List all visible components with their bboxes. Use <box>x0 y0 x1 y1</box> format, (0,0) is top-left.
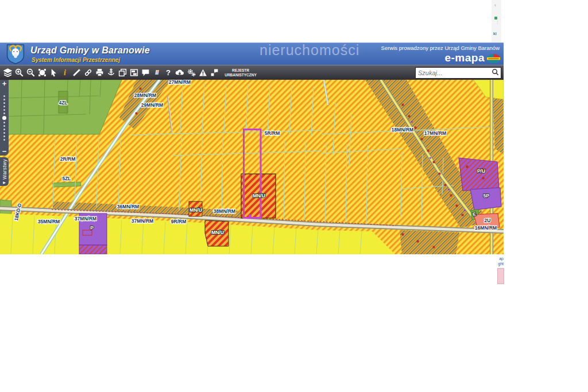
link-icon[interactable] <box>82 67 94 79</box>
green-dot-icon <box>494 17 497 20</box>
measure-icon[interactable] <box>71 67 82 79</box>
settings-gears-icon[interactable] <box>185 67 197 79</box>
zoom-out-button[interactable]: − <box>2 148 7 156</box>
zone-label: 28MN/RM <box>134 92 156 98</box>
emapa-globe-icon[interactable] <box>486 53 501 66</box>
warning-icon[interactable] <box>197 67 208 79</box>
layout-panels-icon[interactable] <box>128 67 140 79</box>
feedback-icon[interactable] <box>208 67 220 79</box>
select-area-icon[interactable] <box>36 67 48 79</box>
zoom-slider-dot[interactable] <box>3 132 5 134</box>
search-icon[interactable] <box>492 68 500 78</box>
attribution-text: ght <box>492 261 504 266</box>
browser-edge-fragments: ‹ ⋮ ki <box>492 0 501 42</box>
zone-label: MN/U <box>211 230 224 235</box>
help-icon[interactable]: ? <box>163 67 174 79</box>
copy-icon[interactable] <box>117 67 128 79</box>
zoom-slider-dot[interactable] <box>3 109 5 111</box>
zoom-slider-dot[interactable] <box>3 106 5 107</box>
zone-label: 38MN/RM <box>214 208 235 214</box>
zoom-slider-dot[interactable] <box>2 116 6 120</box>
service-note: Serwis prowadzony przez Urząd Gminy Bara… <box>381 45 500 51</box>
cloud-download-icon[interactable] <box>174 67 185 79</box>
zone-label: 4ZL <box>59 100 67 106</box>
zone-label: 29MN/RM <box>141 102 163 108</box>
zoom-slider-dot[interactable] <box>3 129 5 130</box>
zone-label: 36MN/RM <box>117 204 139 209</box>
zoom-slider-dot[interactable] <box>3 122 5 123</box>
zoom-slider[interactable] <box>2 88 6 148</box>
print-icon[interactable] <box>94 67 105 79</box>
zone-label: 27MN/RM <box>169 80 191 85</box>
zone-label: 5R/RM <box>265 130 280 136</box>
zoom-slider-dot[interactable] <box>3 112 5 114</box>
zone-label: 5ZL <box>62 176 71 181</box>
zoom-slider-dot[interactable] <box>3 125 5 127</box>
layers-icon[interactable] <box>2 67 13 79</box>
attribution-text: ap <box>492 256 504 261</box>
zoom-in-icon[interactable] <box>13 67 25 79</box>
zone-label: 5P <box>483 193 490 199</box>
menu-dots-icon[interactable]: ⋮ <box>496 21 500 23</box>
zoom-slider-dot[interactable] <box>3 95 5 97</box>
zone-label: 2U <box>485 218 491 223</box>
search-input[interactable] <box>416 69 492 76</box>
zone-label: P/U <box>477 168 485 174</box>
search-box <box>415 67 501 79</box>
zone-label: 37MN/RM <box>131 218 153 224</box>
zoom-slider-dot[interactable] <box>3 139 5 141</box>
zone-label: 9R/RM <box>171 219 186 224</box>
map-attribution-fragment: apght <box>492 254 504 284</box>
chevron-icon[interactable]: ‹ <box>494 2 496 8</box>
zone-label: 2R/RM <box>60 156 75 162</box>
hatch-lines-icon[interactable]: /// <box>151 67 163 79</box>
site-title: Urząd Gminy w Baranowie <box>30 45 150 56</box>
pointer-icon[interactable] <box>48 67 59 79</box>
zone-label: MN/U <box>189 207 202 213</box>
zone-label: P <box>90 225 94 231</box>
map-toolbar: i /// ? <box>0 65 504 80</box>
zoom-slider-dot[interactable] <box>3 99 5 100</box>
zoom-control[interactable]: + − <box>0 80 9 156</box>
emapa-logo-text[interactable]: e-mapa <box>444 52 485 64</box>
anchor-icon[interactable] <box>105 67 117 79</box>
zone-label: 37MN/RM <box>75 216 96 222</box>
coat-of-arms <box>6 44 25 67</box>
comment-icon[interactable] <box>140 67 151 79</box>
app-header: Urząd Gminy w Baranowie System Informacj… <box>0 42 504 65</box>
expand-arrow-icon: ▶ <box>3 180 6 184</box>
layers-panel-tab[interactable]: Warstwy ▶ <box>0 157 9 186</box>
watermark-text: nieruchomości <box>260 42 359 59</box>
register-urbanistyczny-button[interactable]: REJESTR URBANISTYCZNY <box>222 68 259 77</box>
zone-label: 17MN/RM <box>424 130 446 136</box>
map-canvas[interactable]: L4ZL27MN/RM28MN/RM29MN/RM2R/RM5ZL5R/RM18… <box>0 80 504 254</box>
zone-label: 35MN/RM <box>38 219 60 224</box>
zone-label: 18MN/RM <box>392 127 413 133</box>
zoom-in-button[interactable]: + <box>2 80 7 88</box>
zone-label: MN/U <box>253 193 265 199</box>
screen: ‹ ⋮ ki Urząd Gminy w Baranowie System In… <box>0 0 588 392</box>
zone-label: 16MN/RM <box>475 225 497 231</box>
zoom-slider-dot[interactable] <box>3 135 5 137</box>
info-icon[interactable]: i <box>59 67 71 79</box>
page-text-fragment: ki <box>493 31 497 36</box>
attribution-badge <box>497 268 504 284</box>
zoom-slider-dot[interactable] <box>3 102 5 104</box>
site-subtitle: System Informacji Przestrzennej <box>32 57 120 63</box>
zoom-out-icon[interactable] <box>25 67 36 79</box>
